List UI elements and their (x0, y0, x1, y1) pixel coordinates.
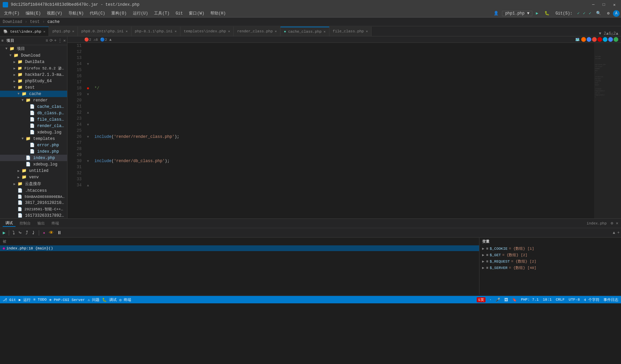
tree-item-error-php[interactable]: 📄 error.php (0, 142, 67, 148)
breadcrumb-test[interactable]: test (30, 20, 40, 24)
debug-play-btn[interactable]: ▶ (1, 229, 7, 236)
status-problems[interactable]: ⚠ 问题 (88, 297, 99, 302)
tree-item-untitled[interactable]: ▶ 📁 untitled (0, 168, 67, 174)
menu-tools[interactable]: 工具(T) (151, 10, 172, 17)
tree-item-20218[interactable]: 📄 20218501-智能-C++数… (0, 206, 67, 212)
tree-item-hackbar[interactable]: ▶ 📁 hackbar2.1.3-master (0, 71, 67, 78)
tree-item-59abaad[interactable]: 📄 59ABAAD8E68806EBAC10B8… (0, 194, 67, 200)
tab-phpini81[interactable]: php-8.1.1\php.ini ✕ (131, 27, 180, 36)
tab-overflow[interactable]: ▼ 2▲6△2▲ (596, 31, 621, 36)
tree-item-file-class[interactable]: 📄 file_class.php (0, 116, 67, 123)
tree-item-index-php[interactable]: 📄 index.php (0, 155, 67, 161)
var-server[interactable]: ▶ ≡ $_SERVER = {数组} [40] (482, 265, 618, 271)
sidebar-collapse-icon[interactable]: ≡ (46, 38, 48, 43)
debug-watch[interactable]: 👁 (48, 230, 55, 236)
git-check2[interactable]: ✓ (582, 11, 587, 16)
tab-close[interactable]: ✕ (228, 29, 230, 33)
status-indent[interactable]: 4 个字符 (584, 297, 599, 302)
tree-item-db-class[interactable]: 📄 db_class.php (0, 110, 67, 116)
tree-item-1617332[interactable]: 📄 1617332633178926.pdf (0, 212, 67, 218)
search-icon[interactable]: 🔍 (593, 11, 604, 16)
menu-help[interactable]: 帮助(H) (208, 10, 229, 17)
tab-close[interactable]: ✕ (126, 29, 128, 33)
php-version-selector[interactable]: php1.php ▼ (502, 11, 532, 16)
debug-settings[interactable]: ⚙ (611, 221, 613, 226)
status-event-log[interactable]: 事件日志 (603, 297, 618, 302)
sidebar-plus-icon[interactable]: + (54, 38, 57, 43)
tree-item-render-class[interactable]: 📄 render_class.php (0, 123, 67, 129)
code-editor[interactable]: 11 12 13 14 15 16 17 18 19 20 21 22 23 2… (67, 43, 621, 218)
tab-output[interactable]: 输出 (35, 220, 48, 226)
status-eol[interactable]: CRLF (556, 298, 564, 302)
run-btn[interactable]: ▶ (533, 11, 541, 16)
tab-close[interactable]: ✕ (324, 30, 326, 34)
tree-item-templates[interactable]: ▼ 📁 templates (0, 135, 67, 142)
var-request[interactable]: ▶ ≡ $_REQUEST = {数组} [2] (482, 258, 618, 265)
debug-step-over[interactable]: ⤵ (11, 230, 16, 236)
tree-item-project[interactable]: ▼ 📁 项目 (0, 45, 67, 52)
var-get[interactable]: ▶ ≡ $_GET = {数组} [2] (482, 252, 618, 258)
var-cookie[interactable]: ▶ ≡ $_COOKIE = {数组} [1] (482, 245, 618, 252)
tree-item-venv[interactable]: ▶ 📁 venv (0, 174, 67, 180)
status-ime[interactable]: S英 (477, 297, 485, 302)
tree-item-3817[interactable]: 📄 3817_20161202104544.rar (0, 200, 67, 206)
menu-edit[interactable]: 编辑(E) (23, 10, 44, 17)
status-mic[interactable]: 🎤 (496, 298, 500, 302)
debug-add[interactable]: + (617, 231, 620, 235)
tab-templates-index[interactable]: templates\index.php ✕ (180, 27, 234, 36)
menu-run[interactable]: 运行(U) (130, 10, 151, 17)
debug-btn-top[interactable]: 🐛 (542, 11, 552, 16)
menu-navigate[interactable]: 导航(N) (66, 10, 87, 17)
status-bookmark[interactable]: 🔖 (512, 298, 517, 302)
debug-eval[interactable]: ✦ (41, 229, 47, 236)
sidebar-menu-icon[interactable]: ⋮ (58, 38, 62, 43)
tab-phpini8[interactable]: php8.0.2nts\php.ini ✕ (78, 27, 131, 36)
tab-close[interactable]: ✕ (72, 29, 74, 33)
tree-item-firefox[interactable]: ▶ 📁 Firefox 52.0.2 渗透便携版 90… (0, 65, 67, 71)
tab-cache-class[interactable]: ● cache_class.php ✕ (280, 27, 329, 36)
user-icon[interactable]: 👤 (491, 11, 501, 16)
tree-item-yunpan[interactable]: ▶ 📁 云盘搜存 (0, 180, 67, 187)
tab-file-class[interactable]: file_class.php ✕ (329, 27, 372, 36)
menu-code[interactable]: 代码(C) (87, 10, 108, 17)
status-run[interactable]: ▶ 运行 (19, 297, 30, 302)
debug-step-out[interactable]: ⤴ (24, 230, 29, 236)
tab-debug[interactable]: 调试 (3, 220, 16, 227)
menu-git[interactable]: Git (173, 10, 186, 17)
code-content[interactable]: */ include('render/render_class.php'); i… (92, 43, 594, 218)
window-maximize[interactable]: □ (600, 2, 608, 7)
tree-item-download[interactable]: ▼ 📁 Download (0, 52, 67, 59)
git-check[interactable]: ✓ (576, 11, 581, 16)
tab-close[interactable]: ✕ (175, 29, 177, 33)
window-close[interactable]: ✕ (611, 2, 618, 7)
tab-php1[interactable]: php1.php ✕ (49, 27, 78, 36)
status-php-cgi[interactable]: ⊕ PHP-CGI Server (49, 298, 85, 302)
menu-refactor[interactable]: 重构(O) (109, 10, 129, 17)
user-avatar[interactable]: A (613, 10, 620, 17)
breakpoint-icon[interactable]: ● (87, 86, 89, 91)
tree-item-xdebug-log2[interactable]: 📄 xdebug.log (0, 161, 67, 168)
panel-close[interactable]: ✕ (616, 221, 618, 226)
tree-item-render-folder[interactable]: ▼ 📁 render (0, 97, 67, 103)
debug-step-into[interactable]: ⤷ (17, 229, 24, 236)
status-encoding[interactable]: UTF-8 (569, 298, 580, 302)
status-more[interactable]: · (490, 298, 492, 302)
tree-item-dwnldata[interactable]: ▶ 📁 DwnlData (0, 59, 67, 65)
tree-item-test[interactable]: ▼ 📁 test (0, 84, 67, 91)
tree-item-xdebug-log[interactable]: 📄 xdebug.log (0, 129, 67, 135)
tab-index-php[interactable]: 🐘 test\index.php ✕ (0, 27, 49, 36)
tab-close[interactable]: ✕ (366, 29, 368, 33)
tree-item-phpstudy[interactable]: ▶ 📁 phpStudy_64 (0, 78, 67, 84)
window-minimize[interactable]: ─ (589, 2, 597, 7)
breadcrumb-cache[interactable]: cache (48, 20, 60, 24)
tab-close[interactable]: ✕ (275, 29, 277, 33)
tree-item-index-tpl[interactable]: 📄 index.php (0, 148, 67, 155)
debug-up-arrow[interactable]: ▲ (613, 231, 615, 235)
status-git[interactable]: ⎇ Git (3, 298, 16, 302)
debug-pause[interactable]: ⏸ (56, 230, 63, 236)
sidebar-sync-icon[interactable]: ⟳ (50, 38, 53, 43)
menu-view[interactable]: 视图(V) (44, 10, 65, 17)
tree-item-htaccess[interactable]: 📄 .htaccess (0, 187, 67, 194)
tab-close[interactable]: ✕ (43, 30, 45, 34)
git-check3[interactable]: ✓ (588, 11, 593, 16)
